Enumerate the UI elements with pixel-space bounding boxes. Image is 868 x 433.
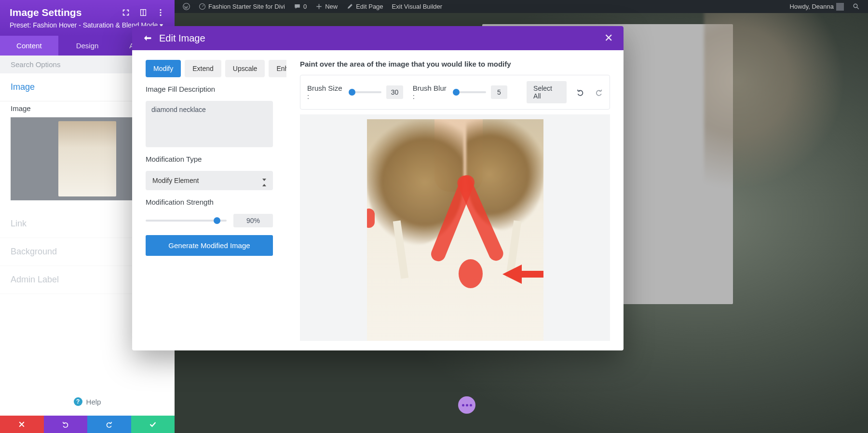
greeting-text: Howdy, Deanna bbox=[789, 3, 834, 10]
cancel-button[interactable] bbox=[0, 416, 44, 433]
undo-button[interactable] bbox=[44, 416, 88, 433]
select-all-button[interactable]: Select All bbox=[527, 81, 567, 103]
avatar bbox=[836, 3, 844, 11]
check-icon bbox=[149, 420, 157, 428]
undo-icon[interactable] bbox=[576, 88, 584, 97]
modal-right-panel: Paint over the area of the image that yo… bbox=[286, 50, 624, 350]
drag-icon[interactable] bbox=[139, 8, 148, 17]
exit-vb-label: Exit Visual Builder bbox=[392, 3, 443, 10]
wordpress-icon bbox=[183, 3, 190, 10]
svg-point-0 bbox=[183, 3, 190, 10]
slider-thumb[interactable] bbox=[453, 89, 460, 96]
brush-size-value[interactable]: 30 bbox=[386, 85, 403, 99]
edit-page-label: Edit Page bbox=[356, 3, 383, 10]
new-label: New bbox=[325, 3, 338, 10]
undo-icon bbox=[62, 420, 69, 428]
paint-mask bbox=[459, 259, 483, 288]
strength-value[interactable]: 90% bbox=[233, 214, 273, 227]
close-icon bbox=[18, 421, 25, 428]
search[interactable] bbox=[848, 3, 864, 10]
modal-left-panel: Modify Extend Upscale Enhance Image Fill… bbox=[132, 50, 286, 350]
brush-size-slider[interactable] bbox=[349, 91, 381, 93]
brush-blur-value[interactable]: 5 bbox=[491, 85, 507, 99]
panel-title: Image Settings bbox=[10, 7, 116, 18]
brush-size-label: Brush Size : bbox=[307, 84, 344, 100]
modal-header: Edit Image ✕ bbox=[132, 26, 624, 50]
help-link[interactable]: ? Help bbox=[0, 388, 175, 416]
wp-admin-bar: Fashion Starter Site for Divi 0 New Edit… bbox=[175, 0, 868, 13]
strength-slider[interactable] bbox=[146, 220, 227, 222]
svg-point-7 bbox=[160, 14, 161, 16]
brush-blur-slider[interactable] bbox=[454, 91, 486, 93]
user-greeting[interactable]: Howdy, Deanna bbox=[785, 3, 848, 11]
site-name[interactable]: Fashion Starter Site for Divi bbox=[194, 3, 289, 10]
paint-canvas[interactable] bbox=[300, 114, 610, 341]
mod-type-label: Modification Type bbox=[146, 155, 273, 163]
tab-content[interactable]: Content bbox=[0, 36, 58, 56]
redo-icon[interactable] bbox=[595, 88, 603, 97]
select-caret-icon bbox=[262, 179, 266, 181]
mod-type-value: Modify Element bbox=[152, 177, 199, 184]
wp-logo[interactable] bbox=[178, 3, 194, 10]
site-name-label: Fashion Starter Site for Divi bbox=[208, 3, 285, 10]
expand-icon[interactable] bbox=[122, 8, 130, 17]
tab-modify[interactable]: Modify bbox=[146, 60, 181, 77]
svg-point-6 bbox=[160, 12, 161, 13]
paint-mask bbox=[367, 209, 375, 228]
help-label: Help bbox=[86, 398, 101, 406]
paint-instruction: Paint over the area of the image that yo… bbox=[300, 60, 610, 68]
help-icon: ? bbox=[74, 397, 82, 406]
fill-desc-label: Image Fill Description bbox=[146, 85, 273, 93]
plus-icon bbox=[315, 3, 323, 10]
fill-desc-input[interactable] bbox=[146, 101, 273, 147]
tab-upscale[interactable]: Upscale bbox=[225, 60, 265, 77]
comment-icon bbox=[294, 3, 301, 10]
close-button[interactable]: ✕ bbox=[604, 32, 613, 44]
search-icon bbox=[853, 3, 860, 10]
exit-visual-builder[interactable]: Exit Visual Builder bbox=[388, 3, 447, 10]
canvas-image[interactable] bbox=[367, 119, 543, 341]
comments-count: 0 bbox=[303, 3, 307, 10]
new-content[interactable]: New bbox=[311, 3, 342, 10]
generate-button[interactable]: Generate Modified Image bbox=[146, 235, 273, 256]
redo-icon bbox=[105, 420, 113, 428]
slider-thumb[interactable] bbox=[349, 89, 355, 96]
mod-type-select[interactable]: Modify Element bbox=[146, 171, 273, 190]
edit-page[interactable]: Edit Page bbox=[342, 3, 387, 10]
dashboard-icon bbox=[199, 3, 206, 10]
save-button[interactable] bbox=[131, 416, 175, 433]
mod-strength-label: Modification Strength bbox=[146, 198, 273, 206]
svg-point-2 bbox=[854, 4, 857, 8]
tab-enhance[interactable]: Enhance bbox=[269, 60, 286, 77]
brush-toolbar: Brush Size : 30 Brush Blur : 5 Select Al… bbox=[300, 75, 610, 110]
svg-point-5 bbox=[160, 9, 161, 11]
slider-thumb[interactable] bbox=[214, 217, 220, 224]
brush-blur-label: Brush Blur : bbox=[413, 84, 449, 100]
search-placeholder: Search Options bbox=[11, 60, 60, 69]
redo-button[interactable] bbox=[87, 416, 131, 433]
settings-footer bbox=[0, 416, 175, 433]
modify-tabs: Modify Extend Upscale Enhance bbox=[146, 60, 273, 77]
back-icon[interactable] bbox=[143, 34, 152, 42]
pencil-icon bbox=[346, 3, 353, 10]
more-icon[interactable] bbox=[156, 8, 165, 17]
page-actions-fab[interactable] bbox=[458, 396, 475, 414]
tab-design[interactable]: Design bbox=[58, 36, 117, 56]
comments[interactable]: 0 bbox=[289, 3, 311, 10]
modal-title: Edit Image bbox=[159, 33, 205, 44]
edit-image-modal: Edit Image ✕ Modify Extend Upscale Enhan… bbox=[132, 26, 624, 350]
page-background-hair bbox=[704, 0, 868, 203]
tab-extend[interactable]: Extend bbox=[185, 60, 221, 77]
